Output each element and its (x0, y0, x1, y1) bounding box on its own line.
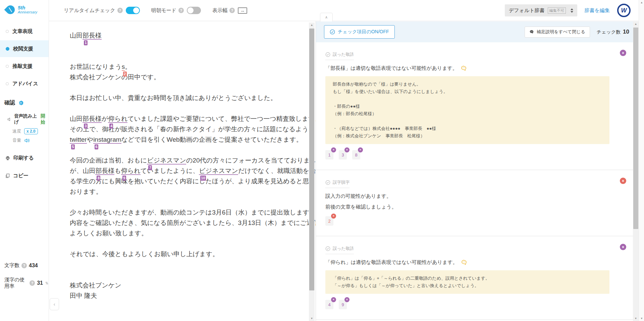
issue-number-badge: 7 (148, 165, 152, 170)
editor-line[interactable]: 株式会社ブンケン (70, 280, 290, 290)
dismiss-issue-icon[interactable]: × (358, 147, 363, 152)
editor-line[interactable]: twitter5やinstagram6などで目を引くWeb動画の企画をご提案させ… (70, 134, 290, 145)
display-width-label: 表示幅 (212, 7, 227, 14)
editor-line[interactable] (70, 197, 290, 207)
help-icon[interactable]: ? (21, 263, 27, 268)
dictionary-select[interactable]: デフォルト辞書 編集不可 (505, 4, 577, 16)
sidebar-item-4[interactable]: アドバイス (0, 75, 49, 92)
note-bubble-icon[interactable] (461, 65, 467, 72)
scroll-up-icon[interactable]: ▲ (309, 22, 315, 28)
editor-line[interactable]: それでは、今後ともよろしくお願い申し上げます。 (70, 249, 290, 259)
issue-tag[interactable]: 2× (325, 216, 333, 226)
flagged-text[interactable]: 部長様8 (95, 167, 114, 175)
editor-line[interactable]: よろしくお願い致します。 (70, 228, 290, 238)
scroll-up-icon[interactable]: ▲ (633, 21, 639, 27)
sidebar-collapse-button[interactable]: ‹ (50, 298, 59, 310)
check-note-line: （例：株式会社ブンケン 事業部長 松尾様） (333, 132, 602, 140)
dismiss-issue-icon[interactable]: × (344, 147, 350, 152)
sidebar-item-3[interactable]: 推敲支援 (0, 58, 49, 75)
scroll-down-icon[interactable]: ▼ (633, 316, 639, 321)
editor-line[interactable] (70, 238, 290, 249)
flagged-text[interactable]: ビジネスマン10 (199, 167, 238, 175)
edit-dictionary-link[interactable]: 辞書を編集 (585, 7, 610, 14)
editor-line[interactable] (70, 259, 290, 270)
editor-line[interactable]: 本日はお忙しい中、貴重なお時間を頂き誠にありがとうございました。 (70, 93, 290, 103)
realtime-toggle[interactable] (126, 7, 140, 14)
flagged-text[interactable]: 仰られ4 (108, 115, 127, 123)
dismiss-issue-icon[interactable]: × (331, 147, 336, 152)
dismiss-issue-icon[interactable]: × (331, 214, 336, 219)
dismiss-issue-icon[interactable]: × (344, 297, 350, 302)
flagged-text[interactable]: twitter5 (70, 136, 87, 144)
copy-button[interactable]: コピー (0, 173, 49, 179)
check-card: ×誤った敬語「部長様」は適切な敬語表現ではない可能性があります。部長自体が敬称な… (316, 42, 633, 170)
flagged-text[interactable]: s2 (122, 63, 125, 71)
editor-line[interactable]: お世話になりまうs2。 (70, 61, 290, 72)
editor-line[interactable] (70, 103, 290, 113)
scroll-down-icon[interactable]: ▼ (309, 316, 315, 321)
scroll-down-icon[interactable]: ▼ (639, 316, 644, 321)
editor-line[interactable]: おります。 (70, 186, 290, 197)
editor-scrollbar[interactable]: ▲ ▼ (309, 22, 315, 321)
issue-tag[interactable]: 4× (325, 300, 333, 309)
help-icon[interactable]: ? (30, 280, 35, 286)
flagged-text[interactable]: ビジネスマン7 (147, 157, 186, 165)
issue-tag[interactable]: 1× (325, 150, 333, 159)
close-check-icon[interactable]: × (620, 178, 626, 184)
close-all-notes-button[interactable]: 補足説明をすべて閉じる (525, 27, 590, 38)
issue-tag[interactable]: 8× (352, 150, 360, 159)
dismiss-issue-icon[interactable]: × (331, 297, 336, 302)
note-bubble-icon[interactable] (461, 259, 467, 266)
close-check-icon[interactable]: × (620, 50, 626, 56)
check-items-onoff-button[interactable]: チェック項目のON/OFF (324, 25, 395, 39)
editor-line[interactable] (70, 41, 290, 51)
panel-collapse-button[interactable]: ∧ (320, 13, 333, 21)
sidebar-item-2[interactable]: 校閲支援 (0, 40, 49, 57)
flagged-text[interactable]: 部長様1 (83, 32, 102, 40)
editor-content[interactable]: 山田部長様1 お世話になりまうs2。株式会社ブンケンの田中です。 本日はお忙しい… (49, 21, 290, 301)
editor-line[interactable] (70, 51, 290, 61)
display-width-icon[interactable]: ↔ (238, 7, 247, 14)
editor-line[interactable]: 山田部長様1 (70, 30, 290, 41)
speed-value-chip[interactable]: x 2.0 (24, 128, 38, 134)
editor-line[interactable] (70, 270, 290, 280)
editor-line[interactable]: 山田部長様3が仰られ4ていました課題やご要望について、弊社で一つ一つ精査致します… (70, 113, 290, 124)
editor-line[interactable]: る学生の方にも興味を抱いていただく内容にしたほうが、より成果を見込めると思って (70, 176, 290, 186)
help-icon[interactable]: ? (178, 8, 184, 13)
editor-line[interactable] (70, 145, 290, 155)
issue-tag[interactable]: 9× (339, 300, 347, 309)
volume-icon[interactable] (24, 138, 30, 143)
mincho-toggle[interactable] (187, 7, 201, 14)
editor-line[interactable]: 今回の企画は当初、おもにビジネスマン7の20代の方々にフォーカスを当てておりまし… (70, 155, 290, 166)
check-message: 誤入力の可能性があります。 (325, 193, 609, 199)
scroll-up-icon[interactable]: ▲ (639, 0, 644, 5)
panel-scrollbar[interactable]: ▲ ▼ (633, 21, 639, 321)
editor-line[interactable]: その上で、御社が販売される「春の新作ネクタイ」が学生の方々に話題になるような、 (70, 124, 290, 134)
editor-line[interactable]: 株式会社ブンケンの田中です。 (70, 72, 290, 82)
document-stats: 文字数 ? 434 漢字の使用率 ? 31％ (4, 262, 49, 297)
editor-line[interactable]: 内容をご確認いただき、気になる箇所がございましたら、3月13日（木）までにご返信 (70, 218, 290, 228)
panel-scrollbar-thumb[interactable] (633, 28, 638, 229)
editor-line[interactable] (70, 82, 290, 93)
gear-icon[interactable] (18, 100, 24, 106)
text-editor[interactable]: 山田部長様1 お世話になりまうs2。株式会社ブンケンの田中です。 本日はお忙しい… (49, 21, 316, 321)
flagged-text[interactable]: instagram6 (93, 136, 121, 144)
issue-tag[interactable]: 3× (339, 150, 347, 159)
help-icon[interactable]: ? (117, 8, 123, 13)
help-icon[interactable]: ? (229, 8, 235, 13)
editor-scrollbar-thumb[interactable] (309, 29, 314, 290)
flagged-text[interactable]: 部長様3 (83, 115, 102, 123)
flagged-text[interactable]: 仰られ9 (121, 167, 141, 175)
editor-line[interactable]: 少々お時間をいただきますが、動画の絵コンテは3月6日（水）までに提出致します。 (70, 207, 290, 218)
tts-row[interactable]: 音声読み上げ 開始 (0, 113, 49, 125)
tts-start-button[interactable]: 開始 (41, 113, 49, 125)
window-scrollbar[interactable]: ▲ ▼ (639, 0, 644, 321)
issue-number-badge: 2 (123, 72, 127, 77)
brand-logo[interactable]: W (617, 4, 631, 17)
sidebar-item-1[interactable]: 文章表現 (0, 23, 49, 40)
print-button[interactable]: 印刷する (0, 155, 49, 161)
check-note-line (333, 118, 602, 125)
close-check-icon[interactable]: × (620, 244, 626, 250)
editor-line[interactable]: が、山田部長様8も仰られ9ていましたように、ビジネスマン10だけでなく、就職活動… (70, 166, 290, 176)
editor-line[interactable]: 田中 隆夫 (70, 290, 290, 301)
